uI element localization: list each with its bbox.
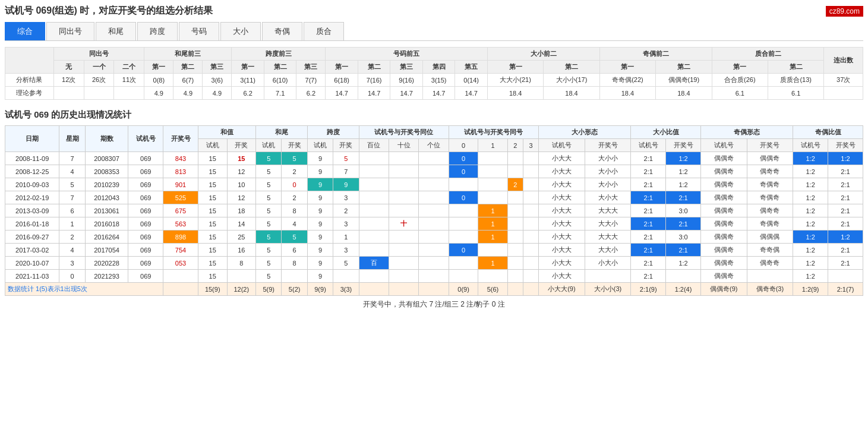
table-row: 2013-03-09 6 2013061 069 675 15 18 5 8 9… xyxy=(5,204,863,217)
tab-大小[interactable]: 大小 xyxy=(220,22,261,40)
empty-cell xyxy=(5,48,54,74)
page-title: 试机号 069(组选) 时，对应开奖号的组选分析结果 xyxy=(5,5,213,17)
analysis-ref-row: 理论参考 4.9 4.9 4.9 6.2 7.1 6.2 14.7 14.7 1… xyxy=(5,87,863,100)
hist-header-main: 日期 星期 期数 试机号 开奖号 和值 和尾 跨度 试机号与开奖号同位 试机号与… xyxy=(5,126,863,139)
lianchushu-header: 连出数 xyxy=(824,48,863,74)
table-row: 2012-02-19 7 2012043 069 525 15 12 5 2 9… xyxy=(5,191,863,204)
table-row: 2016-01-18 1 2016018 069 563 15 14 5 4 9… xyxy=(5,217,863,231)
zhihe-header: 质合前二 xyxy=(712,48,824,61)
nav-tabs: 综合 同出号 和尾 跨度 号码 大小 奇偶 质合 xyxy=(5,22,863,41)
tab-综合[interactable]: 综合 xyxy=(5,22,45,40)
tab-号码[interactable]: 号码 xyxy=(179,22,219,40)
analysis-header-row2: 无 一个 二个 第一 第二 第三 第一 第二 第三 第一 第二 第三 第四 第五… xyxy=(5,61,863,74)
table-row: 2020-10-07 3 2020228 069 053 15 8 5 8 9 … xyxy=(5,257,863,270)
qiou-header: 奇偶前二 xyxy=(599,48,712,61)
history-section: 试机号 069 的历史出现情况统计 日期 星期 期数 试机号 开奖号 和值 和尾… xyxy=(5,109,863,313)
kuadu-header: 跨度前三 xyxy=(232,48,326,61)
haoma-header: 号码前五 xyxy=(326,48,488,61)
tab-质合[interactable]: 质合 xyxy=(304,22,344,40)
footer-note: 开奖号中，共有组六 7 注/组三 2 注/豹子 0 注 xyxy=(5,296,863,313)
top-bar: 试机号 069(组选) 时，对应开奖号的组选分析结果 cz89.com xyxy=(5,5,863,17)
stat-row: 数据统计 1(5)表示1出现5次 15(9) 12(2) 5(9) 5(2) 9… xyxy=(5,283,863,296)
tab-跨度[interactable]: 跨度 xyxy=(137,22,178,40)
analysis-header-row1: 同出号 和尾前三 跨度前三 号码前五 大小前二 奇偶前二 质合前二 连出数 xyxy=(5,48,863,61)
hewei-header: 和尾前三 xyxy=(144,48,232,61)
analysis-data-row: 分析结果 12次 26次 11次 0(8) 6(7) 3(6) 3(11) 6(… xyxy=(5,74,863,87)
table-row: 2008-12-25 4 2008353 069 813 15 12 5 2 9… xyxy=(5,165,863,178)
history-table: 日期 星期 期数 试机号 开奖号 和值 和尾 跨度 试机号与开奖号同位 试机号与… xyxy=(5,125,863,296)
tab-奇偶[interactable]: 奇偶 xyxy=(262,22,302,40)
tab-和尾[interactable]: 和尾 xyxy=(96,22,136,40)
tongchu-header: 同出号 xyxy=(53,48,144,61)
page-container: 试机号 069(组选) 时，对应开奖号的组选分析结果 cz89.com 综合 同… xyxy=(0,0,868,423)
table-row: 2010-09-03 5 2010239 069 901 15 10 5 0 9… xyxy=(5,178,863,191)
analysis-table: 同出号 和尾前三 跨度前三 号码前五 大小前二 奇偶前二 质合前二 连出数 无 … xyxy=(5,47,863,100)
tab-同出号[interactable]: 同出号 xyxy=(46,22,94,40)
table-row: 2017-03-02 4 2017054 069 754 15 16 5 6 9… xyxy=(5,244,863,257)
section2-title: 试机号 069 的历史出现情况统计 xyxy=(5,109,863,121)
brand-logo: cz89.com xyxy=(826,6,863,17)
table-row: 2021-11-03 0 2021293 069 15 5 9 xyxy=(5,270,863,283)
daxiao-header: 大小前二 xyxy=(487,48,599,61)
table-row: 2008-11-09 7 2008307 069 843 15 15 5 5 9… xyxy=(5,152,863,165)
table-row: 2016-09-27 2 2016264 069 898 15 25 5 5 9… xyxy=(5,231,863,244)
